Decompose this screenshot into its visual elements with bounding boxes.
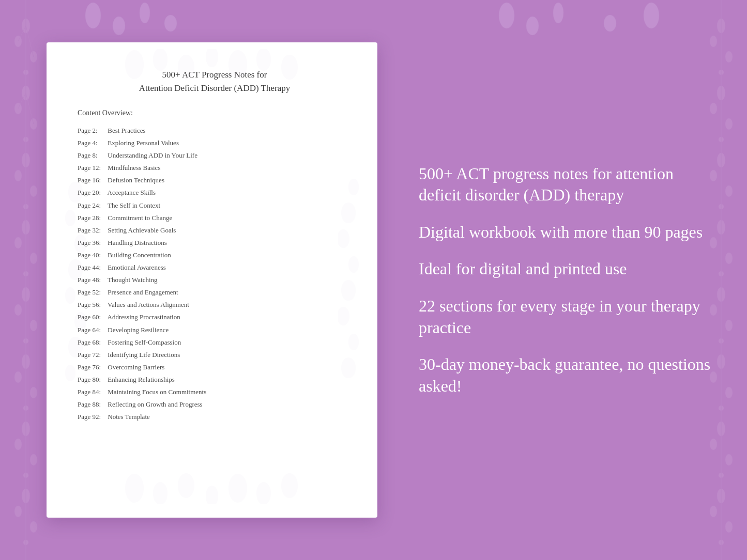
toc-title: Developing Resilience <box>106 326 169 334</box>
toc-item: Page 24: The Self in Context <box>78 199 352 212</box>
svg-point-103 <box>153 482 167 504</box>
doc-title-text: 500+ ACT Progress Notes for Attention De… <box>78 68 352 95</box>
toc-item: Page 2: Best Practices <box>78 125 352 137</box>
toc-page-num: Page 16: <box>78 175 106 186</box>
toc-title: Defusion Techniques <box>106 176 164 184</box>
toc-page-num: Page 72: <box>78 349 106 361</box>
toc-item: Page 44: Emotional Awareness <box>78 261 352 274</box>
toc-item: Page 28: Commitment to Change <box>78 212 352 224</box>
svg-point-105 <box>206 486 218 504</box>
toc-item: Page 76: Overcoming Barriers <box>78 361 352 374</box>
toc-page-num: Page 2: <box>78 125 106 136</box>
toc-title: Best Practices <box>106 127 146 134</box>
toc-title: Maintaining Focus on Commitments <box>106 388 206 396</box>
toc-page-num: Page 40: <box>78 250 106 261</box>
toc-page-num: Page 52: <box>78 287 106 298</box>
toc-title: Reflecting on Growth and Progress <box>106 400 203 408</box>
toc-item: Page 56: Values and Actions Alignment <box>78 299 352 311</box>
toc-item: Page 92: Notes Template <box>78 411 352 423</box>
toc-page-num: Page 68: <box>78 337 106 348</box>
toc-page-num: Page 8: <box>78 150 106 161</box>
toc-page-num: Page 48: <box>78 274 106 286</box>
toc-title: Fostering Self-Compassion <box>106 338 181 346</box>
toc-title: Commitment to Change <box>106 214 172 222</box>
toc-item: Page 72: Identifying Life Directions <box>78 349 352 361</box>
svg-point-84 <box>256 49 271 71</box>
toc-page-num: Page 64: <box>78 324 106 336</box>
toc-item: Page 32: Setting Achievable Goals <box>78 224 352 237</box>
toc-item: Page 12: Mindfulness Basics <box>78 162 352 174</box>
info-point-2: Digital workbook with more than 90 pages <box>419 222 716 243</box>
toc-title: Emotional Awareness <box>106 263 166 271</box>
toc-item: Page 84: Maintaining Focus on Commitment… <box>78 386 352 398</box>
toc-title: Presence and Engagement <box>106 288 178 296</box>
toc-item: Page 20: Acceptance Skills <box>78 186 352 199</box>
svg-point-80 <box>153 49 167 71</box>
toc-item: Page 60: Addressing Procrastination <box>78 311 352 323</box>
info-point-4: 22 sections for every stage in your ther… <box>419 295 716 338</box>
document: 500+ ACT Progress Notes for Attention De… <box>47 42 377 518</box>
toc-item: Page 8: Understanding ADD in Your Life <box>78 149 352 162</box>
svg-point-106 <box>228 474 247 503</box>
info-point-1: 500+ ACT progress notes for attention de… <box>419 163 716 206</box>
svg-point-102 <box>125 474 144 503</box>
toc-title: Thought Watching <box>106 276 158 284</box>
svg-point-82 <box>206 49 218 67</box>
toc-title: Setting Achievable Goals <box>106 226 176 234</box>
svg-point-93 <box>65 365 75 381</box>
toc-item: Page 88: Reflecting on Growth and Progre… <box>78 398 352 411</box>
svg-point-108 <box>281 473 298 498</box>
toc-item: Page 4: Exploring Personal Values <box>78 137 352 149</box>
toc-title: Identifying Life Directions <box>106 351 180 359</box>
content-overview-label: Content Overview: <box>78 109 352 117</box>
toc-list: Page 2: Best PracticesPage 4: Exploring … <box>78 125 352 423</box>
toc-page-num: Page 84: <box>78 386 106 398</box>
toc-title: Understanding ADD in Your Life <box>106 151 197 159</box>
svg-point-87 <box>65 210 75 226</box>
toc-page-num: Page 24: <box>78 200 106 211</box>
toc-page-num: Page 92: <box>78 411 106 423</box>
toc-item: Page 16: Defusion Techniques <box>78 174 352 186</box>
toc-item: Page 36: Handling Distractions <box>78 237 352 249</box>
toc-page-num: Page 88: <box>78 399 106 410</box>
toc-title: Building Concentration <box>106 251 171 259</box>
toc-page-num: Page 44: <box>78 262 106 273</box>
doc-watermark-bottom <box>109 471 315 512</box>
info-point-5: 30-day money-back guarantee, no question… <box>419 354 716 397</box>
document-wrapper: 500+ ACT Progress Notes for Attention De… <box>47 42 377 518</box>
toc-title: Addressing Procrastination <box>106 313 180 321</box>
toc-item: Page 68: Fostering Self-Compassion <box>78 336 352 349</box>
toc-page-num: Page 56: <box>78 299 106 310</box>
toc-page-num: Page 36: <box>78 237 106 248</box>
toc-page-num: Page 60: <box>78 312 106 323</box>
toc-page-num: Page 28: <box>78 212 106 224</box>
toc-page-num: Page 20: <box>78 187 106 198</box>
toc-title: The Self in Context <box>106 201 160 209</box>
toc-page-num: Page 12: <box>78 162 106 174</box>
doc-title: 500+ ACT Progress Notes for Attention De… <box>78 68 352 95</box>
toc-item: Page 64: Developing Resilience <box>78 324 352 336</box>
toc-title: Handling Distractions <box>106 239 167 246</box>
svg-point-90 <box>65 287 75 304</box>
toc-title: Enhancing Relationships <box>106 376 175 383</box>
svg-point-107 <box>256 482 271 504</box>
info-point-3: Ideal for digital and printed use <box>419 258 716 280</box>
toc-item: Page 80: Enhancing Relationships <box>78 374 352 386</box>
toc-title: Values and Actions Alignment <box>106 301 189 308</box>
toc-page-num: Page 32: <box>78 225 106 236</box>
toc-page-num: Page 76: <box>78 362 106 373</box>
info-panel: 500+ ACT progress notes for attention de… <box>398 143 747 418</box>
toc-title: Overcoming Barriers <box>106 363 164 371</box>
toc-title: Exploring Personal Values <box>106 139 179 147</box>
toc-item: Page 40: Building Concentration <box>78 249 352 261</box>
toc-item: Page 48: Thought Watching <box>78 274 352 286</box>
toc-page-num: Page 4: <box>78 137 106 149</box>
toc-title: Notes Template <box>106 413 150 421</box>
toc-title: Mindfulness Basics <box>106 164 160 172</box>
svg-point-104 <box>178 473 194 498</box>
toc-page-num: Page 80: <box>78 374 106 385</box>
main-content: 500+ ACT Progress Notes for Attention De… <box>0 0 747 560</box>
toc-title: Acceptance Skills <box>106 189 156 196</box>
toc-item: Page 52: Presence and Engagement <box>78 286 352 299</box>
